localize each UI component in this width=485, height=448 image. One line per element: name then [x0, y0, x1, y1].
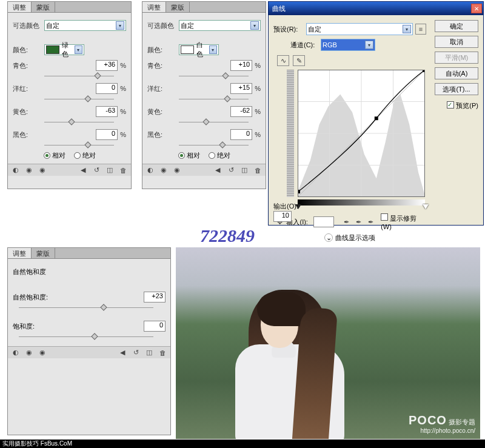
layer-icon[interactable]: ◉ [159, 166, 168, 175]
color-swatch [46, 45, 59, 54]
prev-icon[interactable]: ◀ [79, 166, 87, 175]
curves-dialog: 曲线 ✕ 预设(R): 自定▾ ≡ 通道(C): RGB▾ ∿ ✎ [268, 1, 484, 226]
curve-display-options[interactable]: 曲线显示选项 [335, 233, 375, 242]
preview-checkbox[interactable]: 预览(P) [447, 101, 478, 110]
preset-select[interactable]: 自定▾ [44, 20, 126, 31]
prev-icon[interactable]: ◀ [118, 349, 127, 357]
absolute-radio[interactable]: 绝对 [74, 151, 96, 160]
output-value[interactable]: 10 [273, 211, 292, 222]
channel-select[interactable]: RGB▾ [321, 39, 375, 51]
cyan-value[interactable]: +10 [230, 60, 252, 71]
black-eyedropper-icon[interactable]: ✒ [342, 218, 350, 226]
saturation-label: 饱和度: [13, 322, 61, 331]
toggle-icon[interactable]: ◐ [12, 166, 20, 175]
cancel-button[interactable]: 取消 [435, 36, 478, 48]
eye-icon[interactable]: ◉ [38, 349, 47, 357]
color-select[interactable]: 白色 ▾ [179, 44, 219, 55]
toggle-icon[interactable]: ◐ [146, 166, 155, 175]
vibrance-value[interactable]: +23 [144, 292, 166, 303]
expand-icon[interactable]: ⌄ [324, 233, 333, 242]
show-clipping-checkbox[interactable]: 显示修剪(W) [381, 213, 426, 230]
trash-icon[interactable]: 🗑 [253, 166, 262, 175]
options-button[interactable]: 选项(T)... [435, 83, 478, 95]
reset-icon[interactable]: ↺ [92, 166, 101, 175]
black-label: 黑色: [13, 130, 44, 139]
saturation-slider[interactable] [19, 335, 166, 339]
yellow-label: 黄色: [147, 107, 179, 116]
relative-radio[interactable]: 相对 [178, 151, 200, 160]
color-select[interactable]: 绿色 ▾ [44, 44, 84, 55]
tab-adjust[interactable]: 调整 [8, 2, 32, 12]
svg-rect-8 [375, 116, 378, 120]
watermark-number: 722849 [200, 226, 255, 246]
preset-select[interactable]: 自定▾ [179, 20, 261, 31]
prev-icon[interactable]: ◀ [213, 166, 222, 175]
eye-icon[interactable]: ◉ [173, 166, 181, 175]
new-icon[interactable]: ◫ [145, 349, 153, 357]
black-slider[interactable] [179, 144, 261, 147]
reset-icon[interactable]: ↺ [132, 349, 140, 357]
preset-select[interactable]: 自定▾ [306, 23, 413, 35]
magenta-label: 洋红: [147, 84, 179, 93]
saturation-value[interactable]: 0 [144, 321, 166, 332]
panel-tabs: 调整 蒙版 [8, 2, 131, 13]
svg-rect-9 [423, 70, 424, 72]
black-value[interactable]: 0 [230, 129, 252, 140]
magenta-value[interactable]: 0 [96, 83, 118, 94]
color-swatch [181, 45, 194, 54]
panel-footer: ◐ ◉ ◉ ◀ ↺ ◫ 🗑 [8, 346, 170, 358]
svg-rect-7 [298, 190, 300, 193]
auto-button[interactable]: 自动(A) [435, 67, 478, 79]
magenta-value[interactable]: +15 [230, 83, 252, 94]
yellow-value[interactable]: -63 [96, 106, 118, 117]
toggle-icon[interactable]: ◐ [12, 349, 20, 357]
preset-label: 预设(R): [273, 25, 306, 34]
relative-radio[interactable]: 相对 [44, 151, 65, 160]
tab-adjust[interactable]: 调整 [8, 248, 32, 258]
titlebar[interactable]: 曲线 ✕ [269, 2, 483, 15]
curve-tool-icon[interactable]: ∿ [277, 55, 289, 66]
yellow-slider[interactable] [44, 121, 126, 124]
magenta-slider[interactable] [44, 98, 126, 101]
yellow-slider[interactable] [179, 121, 261, 124]
cyan-label: 青色: [147, 61, 179, 70]
reset-icon[interactable]: ↺ [227, 166, 235, 175]
vibrance-slider[interactable] [19, 306, 166, 310]
color-select-label: 颜色: [13, 45, 44, 55]
tab-mask[interactable]: 蒙版 [32, 248, 55, 258]
pencil-tool-icon[interactable]: ✎ [293, 55, 305, 66]
trash-icon[interactable]: 🗑 [119, 166, 127, 175]
selective-color-panel-green: 调整 蒙版 可选颜色 自定▾ 颜色: 绿色 ▾ 青色:+36% 洋红:0% 黄色… [7, 1, 132, 189]
eye-icon[interactable]: ◉ [38, 166, 47, 175]
preset-menu-icon[interactable]: ≡ [415, 24, 426, 35]
poco-watermark: POCO 摄影专题 http://photo.poco.cn/ [409, 413, 475, 434]
input-value[interactable] [313, 216, 333, 227]
panel-tabs: 调整 蒙版 [142, 2, 266, 13]
cyan-slider[interactable] [179, 75, 261, 78]
trash-icon[interactable]: 🗑 [158, 349, 167, 357]
dialog-title: 曲线 [272, 4, 286, 13]
cyan-value[interactable]: +36 [96, 60, 118, 71]
yellow-value[interactable]: -62 [230, 106, 252, 117]
cyan-slider[interactable] [44, 75, 126, 78]
gray-eyedropper-icon[interactable]: ✒ [354, 218, 363, 226]
absolute-radio[interactable]: 绝对 [209, 151, 230, 160]
tab-adjust[interactable]: 调整 [142, 2, 166, 12]
new-icon[interactable]: ◫ [240, 166, 249, 175]
curve-graph[interactable] [298, 70, 425, 197]
close-button[interactable]: ✕ [471, 4, 482, 13]
color-select-label: 颜色: [147, 45, 179, 55]
tab-mask[interactable]: 蒙版 [32, 2, 55, 12]
chevron-down-icon: ▾ [403, 25, 411, 33]
ok-button[interactable]: 确定 [435, 20, 478, 32]
black-slider[interactable] [44, 144, 126, 147]
chevron-down-icon: ▾ [209, 45, 217, 54]
white-point-handle[interactable] [423, 204, 429, 209]
layer-icon[interactable]: ◉ [25, 349, 33, 357]
layer-icon[interactable]: ◉ [25, 166, 33, 175]
new-icon[interactable]: ◫ [105, 166, 114, 175]
black-value[interactable]: 0 [96, 129, 118, 140]
magenta-slider[interactable] [179, 98, 261, 101]
tab-mask[interactable]: 蒙版 [166, 2, 190, 12]
white-eyedropper-icon[interactable]: ✒ [366, 218, 375, 226]
